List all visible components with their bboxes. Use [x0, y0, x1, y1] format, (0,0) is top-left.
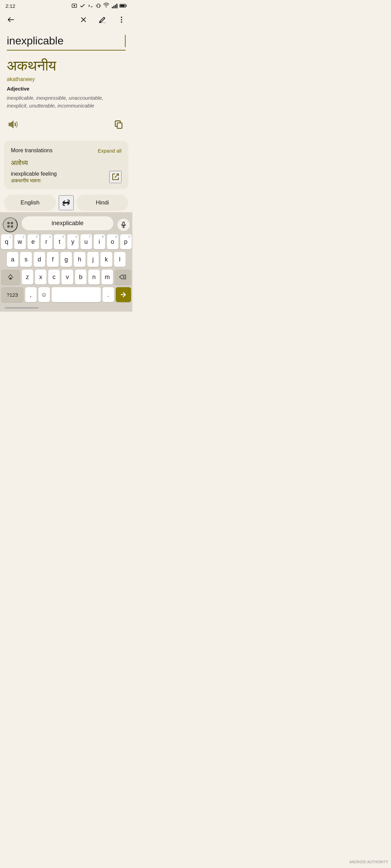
key-b[interactable]: b [75, 270, 87, 284]
key-o[interactable]: o9 [107, 234, 118, 249]
svg-rect-20 [117, 123, 122, 129]
key-a[interactable]: a [7, 252, 18, 267]
key-x[interactable]: x [35, 270, 46, 284]
svg-rect-25 [11, 225, 13, 228]
svg-rect-8 [113, 6, 114, 8]
phrase-hindi: अकथनीय भावना [11, 178, 109, 184]
more-translations-header: More translations Expand all [11, 147, 122, 154]
svg-point-18 [121, 21, 122, 23]
lang-swap-button[interactable] [59, 195, 74, 210]
key-j[interactable]: j [87, 252, 99, 267]
more-translations-card: More translations Expand all अलोध्य inex… [4, 141, 128, 189]
wifi-icon [103, 3, 109, 9]
action-bar [0, 10, 132, 29]
copy-button[interactable] [112, 118, 126, 131]
target-lang-button[interactable]: Hindi [76, 195, 128, 211]
svg-rect-22 [7, 222, 10, 224]
key-u[interactable]: u7 [80, 234, 92, 249]
speaker-button[interactable] [7, 118, 20, 131]
svg-rect-10 [116, 4, 117, 8]
key-l[interactable]: l [114, 252, 126, 267]
enter-button[interactable] [116, 287, 131, 302]
svg-point-1 [74, 5, 75, 7]
key-k[interactable]: k [100, 252, 112, 267]
phrase-english: inexplicable feeling [11, 171, 109, 177]
numbers-button[interactable]: ?123 [1, 287, 23, 302]
svg-rect-23 [11, 222, 13, 224]
keyboard-grid-button[interactable] [3, 217, 18, 232]
keyboard-row-4: ?123 , ☺ . [1, 287, 131, 302]
pos-label: Adjective [7, 86, 30, 92]
keyboard-search-text: inexplicable [27, 220, 108, 227]
key-v[interactable]: v [61, 270, 73, 284]
cursor-line [125, 35, 126, 47]
translation-hindi: अकथनीय [7, 57, 126, 74]
svg-rect-29 [10, 278, 12, 280]
key-r[interactable]: r4 [41, 234, 52, 249]
svg-point-16 [121, 17, 122, 18]
svg-point-6 [106, 7, 107, 7]
key-i[interactable]: i8 [94, 234, 105, 249]
svg-rect-33 [5, 307, 39, 309]
key-z[interactable]: z [22, 270, 33, 284]
status-icons [71, 3, 127, 9]
pos-synonyms: inexplicable, inexpressible, unaccountab… [7, 94, 126, 110]
svg-line-21 [115, 174, 118, 178]
svg-rect-12 [120, 5, 125, 7]
key-c[interactable]: c [48, 270, 60, 284]
key-t[interactable]: t5 [54, 234, 66, 249]
key-d[interactable]: d [34, 252, 45, 267]
key-n[interactable]: n [88, 270, 100, 284]
home-indicator [1, 305, 131, 310]
edit-button[interactable] [96, 13, 109, 26]
space-button[interactable] [52, 287, 101, 302]
first-hindi-item: अलोध्य [11, 159, 122, 167]
source-input[interactable]: inexplicable [7, 35, 124, 47]
keyboard-search-bar[interactable]: inexplicable [22, 216, 113, 230]
key-f[interactable]: f [47, 252, 58, 267]
key-e[interactable]: e3 [27, 234, 39, 249]
action-bar-right [77, 13, 128, 26]
pos-row: Adjective inexplicable, inexpressible, u… [7, 86, 126, 110]
key-p[interactable]: p0 [120, 234, 132, 249]
expand-all-button[interactable]: Expand all [98, 148, 122, 154]
svg-rect-7 [112, 7, 113, 8]
keyboard-container: inexplicable q1 w2 e3 r4 t5 y6 u7 i8 o9 … [0, 212, 132, 312]
status-time: 2:12 [5, 3, 15, 9]
key-g[interactable]: g [60, 252, 72, 267]
main-content: inexplicable अकथनीय akathaneey Adjective… [0, 29, 132, 137]
emoji-button[interactable]: ☺ [38, 287, 50, 302]
phrase-text: inexplicable feeling अकथनीय भावना [11, 171, 109, 184]
svg-rect-3 [97, 4, 100, 8]
svg-marker-19 [9, 121, 13, 128]
signal-icon [111, 3, 117, 9]
photo-icon [71, 3, 77, 9]
more-button[interactable] [115, 13, 128, 26]
key-period[interactable]: . [103, 287, 114, 302]
back-button[interactable] [4, 13, 18, 26]
clear-button[interactable] [77, 13, 90, 26]
key-w[interactable]: w2 [14, 234, 26, 249]
phrase-link-button[interactable] [109, 171, 122, 183]
lang-switcher: English Hindi [4, 195, 128, 211]
transliteration: akathaneey [7, 76, 126, 82]
key-h[interactable]: h [74, 252, 85, 267]
status-bar: 2:12 [0, 0, 132, 10]
keyboard-row-2: a s d f g h j k l [1, 252, 131, 267]
battery-icon [119, 3, 127, 8]
terminal-icon [88, 3, 94, 9]
key-y[interactable]: y6 [67, 234, 79, 249]
keyboard-row-1: q1 w2 e3 r4 t5 y6 u7 i8 o9 p0 [1, 234, 131, 249]
svg-rect-26 [123, 222, 125, 225]
key-s[interactable]: s [20, 252, 32, 267]
source-input-row: inexplicable [7, 35, 126, 51]
key-m[interactable]: m [101, 270, 113, 284]
shift-button[interactable] [1, 270, 20, 284]
source-lang-button[interactable]: English [4, 195, 56, 211]
backspace-button[interactable] [115, 270, 131, 284]
action-row [7, 116, 126, 134]
key-q[interactable]: q1 [1, 234, 13, 249]
svg-rect-9 [115, 5, 116, 8]
key-comma[interactable]: , [25, 287, 37, 302]
mic-button[interactable] [117, 219, 130, 231]
